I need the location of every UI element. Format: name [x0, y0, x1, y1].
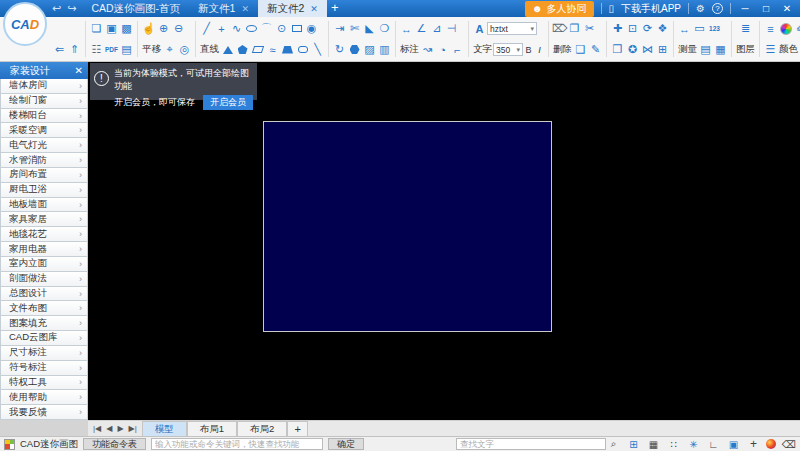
rectangle-tool-icon[interactable] [289, 20, 304, 38]
save-icon[interactable]: ▣ [104, 20, 119, 38]
linetype-icon[interactable]: ☰ [763, 41, 778, 59]
minimize-button[interactable]: ─ [738, 3, 752, 14]
text-tool-icon[interactable]: A [472, 20, 487, 38]
color-wheel-icon[interactable] [778, 20, 793, 38]
sidebar-close-icon[interactable]: ✕ [75, 65, 83, 76]
sidebar-item-doors[interactable]: 绘制门窗› [0, 94, 88, 109]
help-icon[interactable]: ? [712, 3, 723, 14]
confirm-button[interactable]: 确定 [328, 438, 364, 450]
font-size-select[interactable]: 350 ▾ [493, 43, 523, 56]
text-button[interactable]: 文字 [472, 43, 493, 56]
prev-layout-icon[interactable]: ◀ [104, 424, 114, 433]
back-icon[interactable]: ↩ [52, 2, 61, 15]
hatch-icon[interactable]: ▨ [362, 41, 377, 59]
dim-fillet-icon[interactable]: ⌐ [450, 41, 465, 59]
import-icon[interactable]: ⇑ [67, 41, 82, 59]
close-tab-icon[interactable]: ✕ [241, 4, 249, 14]
move-icon[interactable]: ✚ [610, 20, 625, 38]
sidebar-item-privilege-tools[interactable]: 特权工具› [0, 376, 88, 391]
grid-icon[interactable]: ▦ [646, 439, 661, 450]
scale-icon[interactable]: ⊡ [625, 20, 640, 38]
open-file-icon[interactable]: ❏ [89, 20, 104, 38]
tab-file2[interactable]: 新文件2 ✕ [258, 0, 327, 17]
sidebar-item-file-layout[interactable]: 文件布图› [0, 301, 88, 316]
layer-button[interactable]: 图层 [735, 43, 756, 56]
revcloud-tool-icon[interactable]: ◉ [304, 20, 319, 38]
point-tool-icon[interactable]: + [214, 20, 229, 38]
drawing-canvas[interactable]: ! 当前为体验模式，可试用全部绘图功能 开启会员，即可保存 开启会员 [88, 62, 800, 420]
sidebar-item-symbol[interactable]: 符号标注› [0, 361, 88, 376]
copy-icon[interactable]: ❐ [567, 20, 582, 38]
sidebar-item-hvac[interactable]: 采暖空调› [0, 123, 88, 138]
sidebar-item-section[interactable]: 剖面做法› [0, 272, 88, 287]
sidebar-item-feedback[interactable]: 我要反馈› [0, 405, 88, 420]
dim-leader-icon[interactable]: ↝ [420, 41, 435, 59]
sidebar-item-hatch[interactable]: 图案填充› [0, 316, 88, 331]
polar-tracking-icon[interactable]: ✳ [686, 439, 701, 450]
trash-icon[interactable]: ⌦ [552, 20, 567, 38]
rotate-array-icon[interactable]: ↻ [332, 41, 347, 59]
ellipse-tool-icon[interactable] [244, 20, 259, 38]
sidebar-item-carpet[interactable]: 地毯花艺› [0, 227, 88, 242]
sidebar-item-floor-wall[interactable]: 地板墙面› [0, 198, 88, 213]
cut-icon[interactable]: ✂ [582, 20, 597, 38]
command-search-input[interactable] [151, 438, 323, 450]
font-select[interactable]: hztxt ▾ [487, 22, 537, 35]
tab-layout2[interactable]: 布局2 [237, 421, 287, 436]
sidebar-item-stairs[interactable]: 楼梯阳台› [0, 109, 88, 124]
close-button[interactable]: ✕ [780, 3, 794, 14]
dimension-button[interactable]: 标注 [399, 43, 420, 56]
roundrect-tool-icon[interactable] [295, 41, 310, 59]
tab-layout1[interactable]: 布局1 [187, 421, 237, 436]
measure-123-icon[interactable]: 123 [707, 20, 722, 38]
layers-icon[interactable]: ≣ [738, 20, 753, 38]
first-layout-icon[interactable]: |◀ [91, 424, 103, 433]
offset-icon[interactable]: ⇥ [332, 20, 347, 38]
measure-screen-icon[interactable]: ▭ [692, 20, 707, 38]
ortho-icon[interactable]: ∟ [706, 439, 721, 450]
measure-table-icon[interactable]: ▦ [713, 41, 728, 59]
measure-button[interactable]: 测量 [677, 43, 698, 56]
tab-file1[interactable]: 新文件1 ✕ [189, 0, 258, 17]
forward-icon[interactable]: ↪ [67, 2, 76, 15]
dim-triangle-icon[interactable]: ⊿ [429, 20, 444, 38]
tab-home[interactable]: CAD迷你画图-首页 [82, 0, 189, 17]
dim-horizontal-icon[interactable]: ⊣ [444, 20, 459, 38]
sidebar-item-dimension[interactable]: 尺寸标注› [0, 346, 88, 361]
array-icon[interactable]: ⊞ [655, 41, 670, 59]
trapezoid-tool-icon[interactable] [280, 41, 295, 59]
maximize-button[interactable]: □ [759, 3, 773, 14]
sidebar-item-cloud-library[interactable]: CAD云图库› [0, 331, 88, 346]
new-tab-button[interactable]: + [327, 0, 343, 17]
measure-dim-icon[interactable]: ↔ [677, 20, 692, 38]
download-app-link[interactable]: 下载手机APP [621, 2, 681, 16]
search-icon[interactable]: ⌕ [606, 438, 621, 450]
triangle-tool-icon[interactable] [220, 41, 235, 59]
collab-button[interactable]: ☻ 多人协同 [525, 1, 594, 17]
explode-icon[interactable]: ❖ [655, 20, 670, 38]
color-sphere-icon[interactable] [766, 439, 776, 449]
line-button[interactable]: 直线 [199, 43, 220, 56]
chamfer-icon[interactable]: ◣ [362, 20, 377, 38]
bold-button[interactable]: B [523, 43, 534, 56]
mirror-icon[interactable]: ⋈ [640, 41, 655, 59]
display-icon[interactable]: ▣ [726, 439, 741, 450]
sidebar-item-kitchen-bath[interactable]: 厨电卫浴› [0, 183, 88, 198]
parallelogram-tool-icon[interactable] [250, 41, 265, 59]
sidebar-item-siteplan[interactable]: 总图设计› [0, 287, 88, 302]
sidebar-item-appliances[interactable]: 家用电器› [0, 242, 88, 257]
sidebar-item-elevation[interactable]: 室内立面› [0, 257, 88, 272]
save-as-icon[interactable]: ▩ [119, 20, 134, 38]
next-layout-icon[interactable]: ▶ [115, 424, 125, 433]
ray-tool-icon[interactable]: ╲ [310, 41, 325, 59]
circle-tool-icon[interactable]: ⊙ [274, 20, 289, 38]
zoom-window-icon[interactable]: ⌖ [162, 41, 177, 59]
trim-icon[interactable]: ✄ [347, 20, 362, 38]
stamp-icon[interactable]: ✪ [625, 41, 640, 59]
line-tool-icon[interactable]: ╱ [199, 20, 214, 38]
zoom-extents-icon[interactable]: ◎ [177, 41, 192, 59]
linewidth-icon[interactable]: ≡ [763, 20, 778, 38]
open-membership-button[interactable]: 开启会员 [203, 95, 253, 110]
export-image-icon[interactable]: ▤ [119, 41, 134, 59]
arc-tool-icon[interactable]: ⌒ [259, 20, 274, 38]
